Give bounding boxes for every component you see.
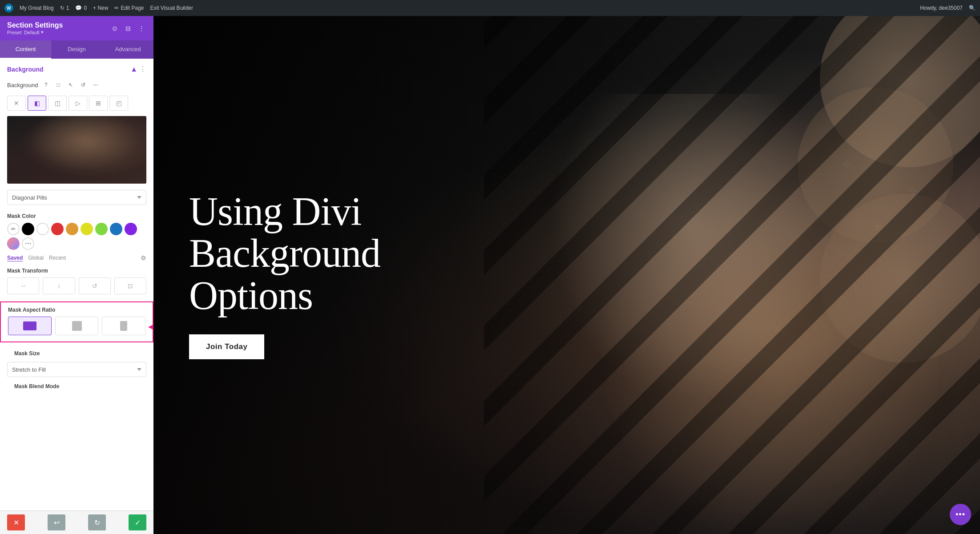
mask-transform-label: Mask Transform [0,266,153,277]
bg-more-icon[interactable]: ⋯ [91,80,100,89]
bg-reset-icon[interactable]: ↺ [79,80,88,89]
transform-invert[interactable]: ⊡ [114,277,146,294]
color-settings-icon[interactable]: ⚙ [141,254,146,261]
color-swatch-green[interactable] [95,223,108,235]
save-button[interactable]: ✓ [129,514,146,530]
color-swatch-blue[interactable] [110,223,122,235]
updates-item[interactable]: ↻ 1 [60,5,69,11]
color-swatch-orange[interactable] [66,223,78,235]
color-swatch-more[interactable]: ⋯ [22,237,34,250]
background-section-title: Background [7,66,44,73]
search-bar-icon[interactable]: 🔍 [969,5,976,11]
highlight-arrow: ◀ [148,319,153,333]
color-tab-saved[interactable]: Saved [7,255,23,261]
tab-design[interactable]: Design [51,40,102,59]
bg-mask-icon: ◰ [116,100,122,107]
edit-page-label: Edit Page [121,5,144,11]
bg-type-row: ✕ ◧ ◫ ▷ ⊞ ◰ [0,94,153,116]
transform-flip-v[interactable]: ↕ [43,277,75,294]
bg-cursor-icon[interactable]: ↖ [66,80,75,89]
color-swatch-red[interactable] [51,223,64,235]
mask-size-select-row: Stretch to Fill Fit Actual Size Custom [7,362,146,377]
edit-page-item[interactable]: ✏ Edit Page [114,5,144,11]
mask-color-label: Mask Color [0,211,153,223]
wp-logo-item[interactable]: W [4,4,13,12]
flip-v-icon: ↕ [57,282,60,289]
exit-builder-item[interactable]: Exit Visual Builder [150,5,193,11]
mask-aspect-ratio-label: Mask Aspect Ratio [8,307,145,313]
bg-type-none[interactable]: ✕ [7,96,26,111]
section-more-icon[interactable]: ⋮ [139,65,146,73]
wp-admin-bar: W My Great Blog ↻ 1 💬 0 + New ✏ Edit Pag… [0,0,980,16]
mask-style-dropdown[interactable]: Diagonal Pills None Circles Triangles Wa… [7,190,146,205]
aspect-ratio-square[interactable] [55,317,99,335]
redo-button[interactable]: ↻ [88,514,106,530]
color-swatch-black[interactable] [22,223,34,235]
bg-label: Background [7,82,38,88]
right-content: ✛ ✛ ✛ Using Divi Background Options Join… [153,16,980,534]
updates-icon: ↻ [60,5,65,11]
color-tabs-row: Saved Global Recent ⚙ [0,253,153,266]
bg-help-icon[interactable]: ? [41,80,50,89]
bg-type-image[interactable]: ▷ [69,96,87,111]
color-swatch-gradient[interactable] [7,237,20,250]
cancel-button[interactable]: ✕ [7,514,25,530]
panel-content: Background ▲ ⋮ Background ? □ ↖ ↺ ⋯ ✕ [0,59,153,510]
transform-rotate[interactable]: ↺ [79,277,111,294]
color-swatches: ✏ ⋯ [0,223,153,253]
main-container: Section Settings Preset: Default ▾ ⊙ ⊟ ⋮… [0,16,980,534]
bg-type-mask[interactable]: ◰ [109,96,128,111]
color-swatch-pencil[interactable]: ✏ [7,223,20,235]
new-item[interactable]: + New [93,5,108,11]
cross-deco-2: ✛ [909,185,918,197]
panel-more-icon[interactable]: ⋮ [137,24,146,33]
panel-preset[interactable]: Preset: Default ▾ [7,29,63,35]
color-tab-global[interactable]: Global [28,255,44,261]
color-swatch-white[interactable] [36,223,49,235]
background-section-header: Background ▲ ⋮ [0,59,153,78]
aspect-ratio-portrait[interactable] [102,317,145,335]
mask-size-section: Mask Size Stretch to Fill Fit Actual Siz… [0,345,153,381]
hero-heading: Using Divi Background Options [189,191,429,317]
focus-icon[interactable]: ⊙ [110,24,120,33]
mask-size-dropdown[interactable]: Stretch to Fill Fit Actual Size Custom [7,362,146,377]
bg-type-pattern[interactable]: ⊞ [89,96,108,111]
bg-type-color[interactable]: ◧ [28,96,46,111]
cross-deco-3: ✛ [873,221,882,233]
transform-flip-h[interactable]: ↔ [7,277,39,294]
image-preview [7,116,146,184]
bg-pattern-icon: ⊞ [96,100,101,107]
hero-cta-button[interactable]: Join Today [189,334,264,359]
rotate-icon: ↺ [92,282,97,289]
background-label-row: Background ? □ ↖ ↺ ⋯ [0,78,153,94]
howdy-text: Howdy, dee35007 [920,5,963,11]
mask-blend-mode-section: Mask Blend Mode [0,381,153,402]
invert-icon: ⊡ [128,282,133,289]
mask-style-select-row: Diagonal Pills None Circles Triangles Wa… [7,190,146,205]
tab-advanced[interactable]: Advanced [102,40,153,59]
flip-h-icon: ↔ [20,282,26,289]
bg-device-icon[interactable]: □ [54,80,63,89]
panel-title: Section Settings [7,21,63,29]
color-swatch-yellow[interactable] [81,223,93,235]
mask-circle-bottom [820,194,980,363]
mask-transform-row: ↔ ↕ ↺ ⊡ [0,277,153,299]
comments-item[interactable]: 💬 0 [75,5,87,11]
aspect-ratio-landscape[interactable] [8,317,52,335]
exit-builder-label: Exit Visual Builder [150,5,193,11]
bg-gradient-icon: ◫ [55,100,60,107]
howdy-item[interactable]: Howdy, dee35007 [920,5,963,11]
collapse-icon[interactable]: ▲ [130,65,137,73]
columns-icon[interactable]: ⊟ [123,24,133,33]
color-tab-recent[interactable]: Recent [49,255,66,261]
panel-tabs: Content Design Advanced [0,40,153,59]
floating-options-button[interactable]: ••• [950,504,971,525]
undo-button[interactable]: ↩ [48,514,65,530]
tab-content[interactable]: Content [0,40,51,59]
bottom-toolbar: ✕ ↩ ↻ ✓ [0,510,153,534]
bg-type-gradient[interactable]: ◫ [48,96,67,111]
color-swatch-purple[interactable] [125,223,137,235]
bg-image-thumbnail [7,116,146,184]
wp-logo: W [4,4,13,12]
site-name-item[interactable]: My Great Blog [20,5,54,11]
